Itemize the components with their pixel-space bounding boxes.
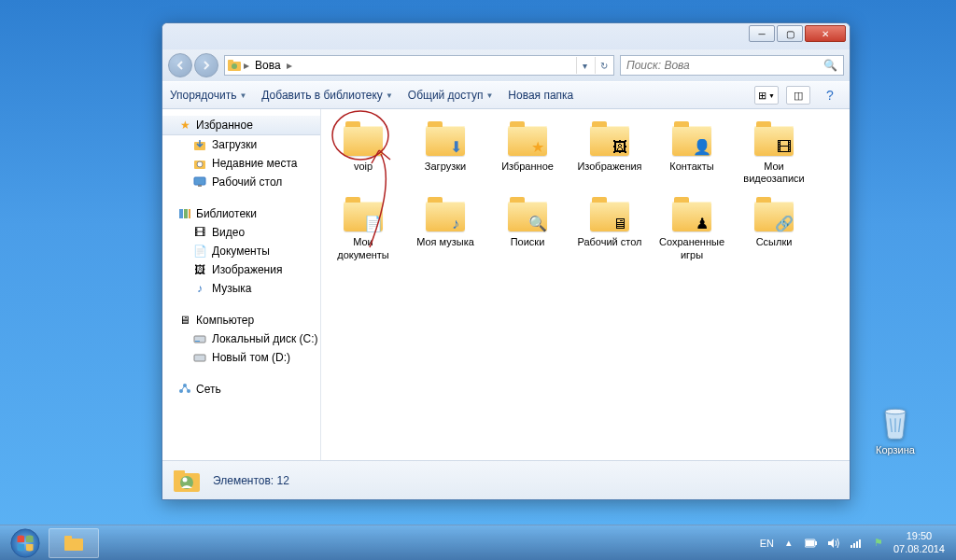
arrow-right-icon bbox=[201, 60, 212, 71]
file-item[interactable]: 🔍Поиски bbox=[489, 192, 566, 264]
new-folder-button[interactable]: Новая папка bbox=[508, 89, 573, 102]
file-item[interactable]: 📄Мои документы bbox=[325, 192, 401, 264]
system-tray: EN ▴ ⚑ 19:50 07.08.2014 bbox=[760, 530, 950, 554]
sidebar-network-header[interactable]: Сеть bbox=[162, 380, 320, 399]
recycle-bin-icon bbox=[875, 401, 916, 442]
svg-rect-7 bbox=[194, 177, 205, 185]
svg-rect-32 bbox=[859, 539, 861, 548]
disk-icon bbox=[192, 350, 207, 365]
sidebar-item-desktop[interactable]: Рабочий стол bbox=[162, 173, 320, 191]
svg-rect-29 bbox=[851, 545, 852, 548]
sidebar-item-video[interactable]: 🎞Видео bbox=[162, 223, 320, 242]
file-item[interactable]: ♪Моя музыка bbox=[407, 192, 484, 264]
svg-rect-8 bbox=[198, 185, 202, 187]
sidebar-libraries-header[interactable]: Библиотеки bbox=[162, 204, 320, 223]
explorer-window: ─ ▢ ✕ ▸ Вова ▸ ▾ ↻ 🔍 bbox=[162, 22, 851, 500]
file-label: Мои видеозаписи bbox=[738, 161, 810, 185]
sidebar-item-recent[interactable]: Недавние места bbox=[162, 154, 320, 173]
file-label: Поиски bbox=[491, 236, 564, 248]
file-item[interactable]: 🔗Ссылки bbox=[736, 192, 812, 264]
sidebar-item-documents[interactable]: 📄Документы bbox=[162, 242, 320, 260]
svg-rect-25 bbox=[64, 536, 72, 539]
folder-overlay-icon: 🔗 bbox=[774, 213, 794, 233]
network-tray-icon[interactable] bbox=[849, 536, 864, 551]
svg-rect-30 bbox=[853, 543, 855, 548]
file-item[interactable]: ♟Сохраненные игры bbox=[654, 192, 730, 264]
sidebar-item-music[interactable]: ♪Музыка bbox=[162, 279, 320, 298]
forward-button[interactable] bbox=[194, 53, 218, 77]
taskbar-explorer-button[interactable] bbox=[49, 528, 99, 558]
file-label: Сохраненные игры bbox=[655, 236, 728, 260]
file-label: Ссылки bbox=[738, 236, 810, 248]
search-box[interactable]: 🔍 bbox=[620, 55, 844, 76]
file-item[interactable]: 👤Контакты bbox=[654, 117, 730, 189]
svg-point-0 bbox=[885, 409, 906, 414]
search-icon: 🔍 bbox=[823, 59, 837, 72]
address-bar[interactable]: ▸ Вова ▸ ▾ ↻ bbox=[224, 55, 614, 76]
recycle-bin-label: Корзина bbox=[876, 444, 915, 455]
files-pane[interactable]: voip⬇Загрузки★Избранное🖼Изображения👤Конт… bbox=[321, 109, 850, 460]
tray-language[interactable]: EN bbox=[760, 538, 774, 549]
svg-rect-13 bbox=[195, 341, 200, 342]
minimize-button[interactable]: ─ bbox=[749, 25, 775, 42]
svg-rect-20 bbox=[174, 470, 185, 475]
sidebar-item-pictures[interactable]: 🖼Изображения bbox=[162, 260, 320, 279]
back-button[interactable] bbox=[168, 53, 192, 77]
sidebar-item-disk-d[interactable]: Новый том (D:) bbox=[162, 348, 320, 367]
breadcrumb-path[interactable]: Вова bbox=[251, 59, 285, 72]
file-label: Загрузки bbox=[409, 161, 482, 173]
folder-overlay-icon: 🔍 bbox=[527, 213, 548, 233]
sidebar-favorites-header[interactable]: ★ Избранное bbox=[162, 115, 320, 135]
video-icon: 🎞 bbox=[192, 225, 207, 240]
nav-bar: ▸ Вова ▸ ▾ ↻ 🔍 bbox=[162, 49, 850, 81]
search-input[interactable] bbox=[626, 59, 823, 72]
volume-icon[interactable] bbox=[826, 536, 841, 551]
arrow-left-icon bbox=[175, 60, 186, 71]
disk-icon bbox=[192, 331, 207, 346]
close-button[interactable]: ✕ bbox=[805, 25, 846, 42]
svg-rect-31 bbox=[856, 541, 858, 548]
sidebar-item-downloads[interactable]: Загрузки bbox=[162, 135, 320, 154]
recycle-bin[interactable]: Корзина bbox=[863, 401, 928, 455]
add-to-library-button[interactable]: Добавить в библиотеку▼ bbox=[261, 89, 392, 102]
svg-point-23 bbox=[11, 528, 39, 556]
svg-rect-27 bbox=[815, 541, 817, 545]
file-item[interactable]: ★Избранное bbox=[489, 117, 566, 189]
computer-icon: 🖥 bbox=[177, 313, 192, 328]
svg-rect-14 bbox=[194, 355, 205, 361]
file-item[interactable]: voip bbox=[325, 117, 401, 189]
svg-rect-10 bbox=[184, 209, 188, 218]
share-button[interactable]: Общий доступ▼ bbox=[408, 89, 494, 102]
breadcrumb-arrow-icon: ▸ bbox=[242, 59, 251, 72]
file-label: Изображения bbox=[573, 161, 646, 173]
toolbar: Упорядочить▼ Добавить в библиотеку▼ Общи… bbox=[162, 81, 850, 109]
folder-overlay-icon: 📄 bbox=[363, 213, 384, 233]
view-options-button[interactable]: ⊞▼ bbox=[754, 86, 779, 105]
svg-point-3 bbox=[232, 63, 237, 69]
sidebar-computer-header[interactable]: 🖥 Компьютер bbox=[162, 311, 320, 329]
status-folder-icon bbox=[172, 466, 202, 496]
file-item[interactable]: ⬇Загрузки bbox=[407, 117, 484, 189]
preview-pane-button[interactable]: ◫ bbox=[786, 86, 810, 105]
show-hidden-icon[interactable]: ▴ bbox=[781, 536, 796, 551]
organize-button[interactable]: Упорядочить▼ bbox=[170, 89, 246, 102]
svg-rect-11 bbox=[189, 209, 190, 218]
file-label: Моя музыка bbox=[409, 236, 482, 248]
pictures-icon: 🖼 bbox=[192, 262, 207, 277]
file-item[interactable]: 🖥Рабочий стол bbox=[571, 192, 648, 264]
refresh-button[interactable]: ↻ bbox=[595, 57, 612, 74]
music-icon: ♪ bbox=[192, 281, 207, 296]
title-bar[interactable]: ─ ▢ ✕ bbox=[162, 23, 850, 49]
battery-icon[interactable] bbox=[804, 536, 819, 551]
maximize-button[interactable]: ▢ bbox=[777, 25, 803, 42]
file-item[interactable]: 🖼Изображения bbox=[571, 117, 648, 189]
taskbar-clock[interactable]: 19:50 07.08.2014 bbox=[893, 530, 945, 554]
svg-rect-9 bbox=[179, 209, 183, 218]
file-item[interactable]: 🎞Мои видеозаписи bbox=[736, 117, 812, 189]
start-button[interactable] bbox=[6, 525, 45, 561]
sidebar-item-disk-c[interactable]: Локальный диск (C:) bbox=[162, 329, 320, 348]
action-center-icon[interactable]: ⚑ bbox=[871, 536, 886, 551]
svg-point-22 bbox=[183, 477, 188, 482]
address-dropdown-button[interactable]: ▾ bbox=[576, 57, 593, 74]
help-button[interactable]: ? bbox=[818, 86, 842, 105]
